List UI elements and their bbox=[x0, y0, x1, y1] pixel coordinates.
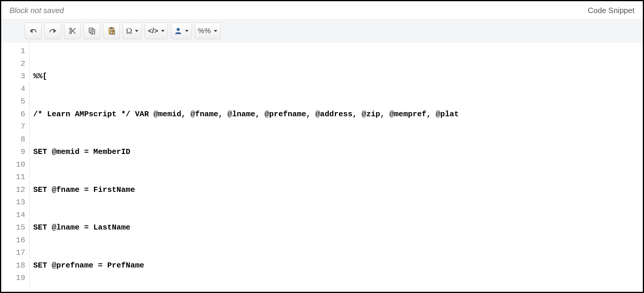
code-line[interactable]: %%[ bbox=[33, 70, 643, 83]
line-number: 12 bbox=[1, 184, 29, 196]
block-title: Code Snippet bbox=[588, 6, 635, 15]
code-line[interactable]: /* Learn AMPscript */ VAR @memid, @fname… bbox=[33, 108, 643, 121]
clipboard-icon: T bbox=[107, 27, 116, 35]
line-number: 7 bbox=[1, 120, 29, 133]
copy-icon bbox=[88, 27, 96, 35]
line-number: 2 bbox=[1, 58, 29, 70]
code-line[interactable]: SET @prefname = PrefName bbox=[33, 259, 643, 272]
chevron-down-icon bbox=[161, 30, 165, 32]
code-editor[interactable]: 1 2 3 4 5 6 7 8 9 10 11 12 13 14 15 16 1… bbox=[1, 42, 643, 290]
line-number: 18 bbox=[1, 259, 29, 272]
line-number: 1 bbox=[1, 45, 29, 58]
line-number: 13 bbox=[1, 196, 29, 209]
special-char-button[interactable]: Ω bbox=[123, 23, 142, 39]
svg-point-13 bbox=[177, 28, 179, 31]
cut-button[interactable] bbox=[64, 23, 81, 39]
line-number: 11 bbox=[1, 171, 29, 184]
line-number: 6 bbox=[1, 108, 29, 121]
line-number: 8 bbox=[1, 133, 29, 146]
line-number: 14 bbox=[1, 209, 29, 222]
chevron-down-icon bbox=[214, 30, 217, 32]
svg-point-1 bbox=[70, 28, 72, 30]
toolbar: T Ω </> %% bbox=[1, 19, 643, 42]
code-line[interactable]: SET @lname = LastName bbox=[33, 221, 643, 234]
code-line[interactable]: SET @memid = MemberID bbox=[33, 146, 643, 158]
copy-button[interactable] bbox=[84, 23, 100, 39]
line-number: 5 bbox=[1, 95, 29, 108]
redo-icon bbox=[49, 27, 57, 35]
html-block-button[interactable]: </> bbox=[145, 23, 168, 39]
scissors-icon bbox=[68, 27, 76, 35]
line-number: 10 bbox=[1, 158, 29, 171]
line-number: 17 bbox=[1, 246, 29, 259]
header-bar: Block not saved Code Snippet bbox=[1, 1, 643, 19]
line-number: 9 bbox=[1, 146, 29, 158]
ampscript-block-button[interactable]: %% bbox=[195, 23, 221, 39]
omega-icon: Ω bbox=[126, 26, 132, 36]
line-number: 3 bbox=[1, 70, 29, 83]
line-number: 16 bbox=[1, 234, 29, 247]
line-number: 19 bbox=[1, 272, 29, 284]
percent-icon: %% bbox=[198, 27, 211, 35]
code-brackets-icon: </> bbox=[148, 27, 158, 35]
line-gutter: 1 2 3 4 5 6 7 8 9 10 11 12 13 14 15 16 1… bbox=[1, 42, 30, 290]
undo-icon bbox=[29, 27, 37, 35]
chevron-down-icon bbox=[135, 30, 138, 32]
redo-button[interactable] bbox=[44, 23, 61, 39]
line-number: 4 bbox=[1, 83, 29, 95]
line-number: 15 bbox=[1, 221, 29, 234]
svg-text:T: T bbox=[112, 31, 114, 34]
personalization-button[interactable] bbox=[171, 23, 192, 39]
paste-button[interactable]: T bbox=[103, 23, 120, 39]
chevron-down-icon bbox=[185, 30, 189, 32]
code-content[interactable]: %%[ /* Learn AMPscript */ VAR @memid, @f… bbox=[30, 42, 643, 290]
code-line[interactable]: SET @fname = FirstName bbox=[33, 184, 643, 196]
save-status: Block not saved bbox=[9, 6, 64, 15]
undo-button[interactable] bbox=[25, 23, 42, 39]
svg-rect-10 bbox=[111, 27, 113, 29]
svg-point-0 bbox=[70, 31, 72, 34]
person-icon bbox=[174, 27, 182, 35]
